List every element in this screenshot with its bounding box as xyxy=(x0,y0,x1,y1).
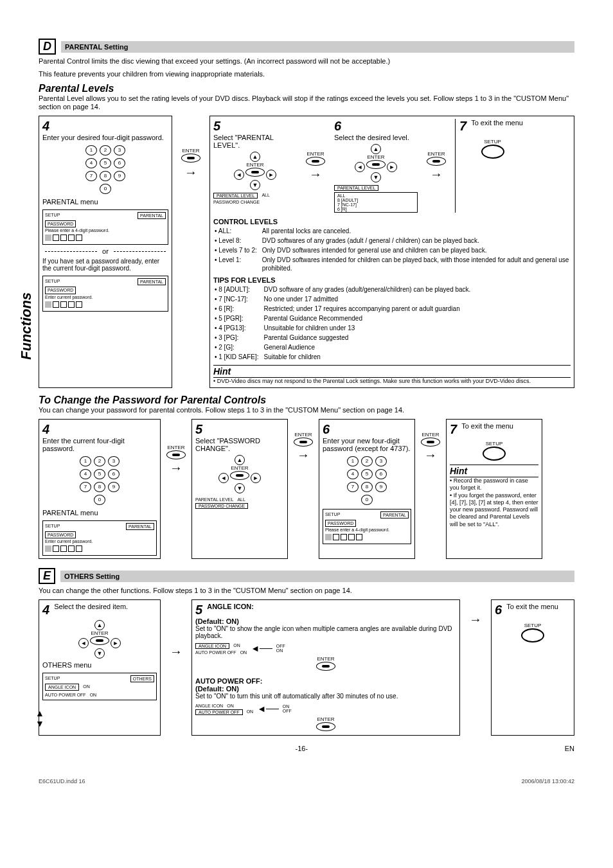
section-d-intro1: Parental Control limits the disc viewing… xyxy=(39,57,574,66)
parental-levels-desc: Parental Level allows you to set the rat… xyxy=(39,94,574,112)
enter-arrow-1: ENTER → xyxy=(176,116,206,388)
cp-step4: 4 Enter the current four-digit password.… xyxy=(39,419,161,559)
d-step5-block: 5 Select "PARENTAL LEVEL". ▲ ENTER ◄► ▼ … xyxy=(209,116,574,388)
parental-menu-label: PARENTAL menu xyxy=(42,198,168,206)
setup-button-icon xyxy=(481,145,504,159)
page-footer: -16- EN xyxy=(39,745,574,752)
doc-footer: E6C61UD.indd 16 2006/08/18 13:00:42 xyxy=(39,778,574,784)
stepnum: 4 xyxy=(42,119,49,134)
change-pw-heading: To Change the Password for Parental Cont… xyxy=(39,394,574,406)
change-pw-desc: You can change your password for parenta… xyxy=(39,406,574,415)
section-d-header: D PARENTAL Setting xyxy=(39,39,574,55)
control-levels-list: • ALL:All parental locks are canceled. •… xyxy=(213,226,571,274)
section-d-title: PARENTAL Setting xyxy=(61,41,574,53)
screen-password-current: SETUPPARENTAL PASSWORD Enter current pas… xyxy=(42,276,168,311)
hint-text: • DVD-Video discs may not respond to the… xyxy=(213,378,571,385)
section-e-desc: You can change the other functions. Foll… xyxy=(39,587,574,596)
screen-password-new: SETUPPARENTAL PASSWORD Please enter a 4-… xyxy=(42,209,168,245)
section-e-header: E OTHERS Setting xyxy=(39,568,574,584)
or-label: or xyxy=(102,247,109,255)
keypad-icon: 123 456 789 0 xyxy=(42,145,168,194)
control-levels-head: CONTROL LEVELS xyxy=(213,218,571,226)
d-step4: 4 Enter your desired four-digit password… xyxy=(39,116,172,388)
sidebar-functions-label: Functions xyxy=(18,292,35,360)
steptext: Enter your desired four-digit password. xyxy=(42,134,164,141)
tips-list: • 8 [ADULT]:DVD software of any grades (… xyxy=(213,284,472,362)
cp-step7: 7 To exit the menu SETUP Hint • Record t… xyxy=(446,419,542,559)
cp-step5: 5 Select "PASSWORD CHANGE". ▲ ENTER ◄► ▼… xyxy=(191,419,288,559)
hint-head: Hint xyxy=(213,365,571,378)
enter-button-icon xyxy=(181,154,200,163)
e-step4: 4 Select the desired item. ▲ ENTER ◄► ▼ … xyxy=(39,599,161,736)
tips-head: TIPS FOR LEVELS xyxy=(213,276,571,284)
auto-power-off-title: AUTO POWER OFF: xyxy=(195,677,456,685)
alt-pw-text: If you have set a password already, ente… xyxy=(42,258,168,272)
section-e-title: OTHERS Setting xyxy=(60,571,574,582)
parental-levels-heading: Parental Levels xyxy=(39,83,574,94)
badge-e: E xyxy=(39,568,55,584)
badge-d: D xyxy=(39,39,56,55)
cp-step6: 6 Enter your new four-digit password (ex… xyxy=(319,419,415,559)
section-d-intro2: This feature prevents your children from… xyxy=(39,70,574,79)
e-step5: 5 ANGLE ICON: (Default: ON) Set to "ON" … xyxy=(191,599,460,736)
angle-icon-title: ANGLE ICON: xyxy=(207,603,254,610)
e-step6: 6 To exit the menu SETUP xyxy=(491,599,574,736)
